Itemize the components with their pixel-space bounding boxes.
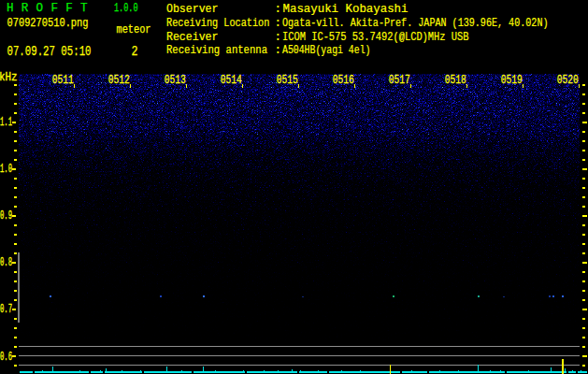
svg-text:2: 2 [132,44,138,59]
svg-text::: : [275,3,282,16]
svg-text:kHz: kHz [0,71,18,84]
svg-text:1.0: 1.0 [0,163,12,176]
svg-text:0519: 0519 [501,73,523,87]
svg-text::: : [275,31,282,44]
svg-text:Observer: Observer [166,3,219,16]
svg-text:0.8: 0.8 [0,256,12,269]
svg-text:HROFFT: HROFFT [7,2,95,15]
svg-text:1.1: 1.1 [0,116,12,129]
svg-text:0512: 0512 [108,73,130,87]
svg-text:Receiving antenna: Receiving antenna [166,44,267,57]
svg-text:0517: 0517 [389,73,410,87]
svg-text:A504HB(yagi 4el): A504HB(yagi 4el) [282,44,371,57]
svg-text:0515: 0515 [277,73,298,87]
svg-text:Receiving Location: Receiving Location [166,17,269,30]
svg-text:0520: 0520 [557,73,579,87]
svg-text:0511: 0511 [52,73,74,87]
svg-text:Ogata-vill. Akita-Pref. JAPAN: Ogata-vill. Akita-Pref. JAPAN (139.96E, … [282,17,549,30]
svg-text:0518: 0518 [445,73,466,87]
svg-text:0516: 0516 [333,73,354,87]
svg-text:ICOM IC-575 53.7492(@LCD)MHz U: ICOM IC-575 53.7492(@LCD)MHz USB [282,31,469,44]
svg-text:Receiver: Receiver [166,31,219,44]
svg-text:0.7: 0.7 [0,303,12,316]
svg-text:1.0.0: 1.0.0 [114,2,138,15]
svg-text:0513: 0513 [165,73,186,87]
svg-text:0514: 0514 [221,73,242,87]
svg-text:0.6: 0.6 [0,351,12,364]
svg-text:0709270510.png: 0709270510.png [7,16,89,30]
svg-text::: : [275,17,282,30]
svg-text:meteor: meteor [117,22,151,36]
svg-text:0.9: 0.9 [0,209,12,223]
svg-text:07.09.27 05:10: 07.09.27 05:10 [7,44,92,60]
svg-text:Masayuki Kobayashi: Masayuki Kobayashi [283,3,409,16]
svg-text::: : [275,44,282,57]
